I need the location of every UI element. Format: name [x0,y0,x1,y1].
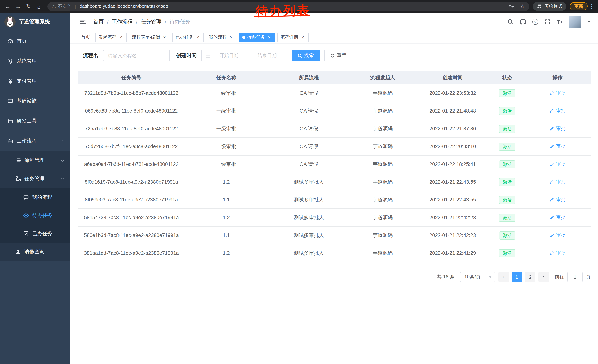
cell-initiator: 芋道源码 [350,90,415,97]
update-button[interactable]: 更新 [570,2,588,10]
cell-task-name: 1.2 [185,179,268,185]
sidebar-item-infrastructure[interactable]: 基础设施 [0,91,70,111]
date-range-picker[interactable]: 开始日期 - 结束日期 [201,50,286,61]
breadcrumb-separator: / [107,19,108,25]
status-badge: 激活 [499,160,515,168]
close-icon[interactable]: × [267,35,272,40]
sidebar-item-todo-tasks[interactable]: 待办任务 [0,206,70,224]
approve-link[interactable]: 审批 [549,250,565,256]
sidebar-item-done-tasks[interactable]: 已办任务 [0,224,70,243]
cell-task-name: 一级审批 [185,108,268,114]
sidebar-item-process-mgmt[interactable]: 流程管理 [0,151,70,170]
cell-initiator: 芋道源码 [350,196,415,203]
forward-button[interactable]: → [13,1,23,11]
approve-link[interactable]: 审批 [549,179,565,185]
avatar-caret-icon[interactable] [588,21,590,23]
browser-menu-icon[interactable]: ⋮ [588,3,595,10]
breadcrumb-item[interactable]: 任务管理 [141,18,162,25]
tab-start-process[interactable]: 发起流程× [95,32,127,42]
incognito-label: 无痕模式 [545,3,562,9]
tab-home[interactable]: 首页 [78,32,93,42]
sidebar-item-home[interactable]: 首页 [0,31,70,51]
cell-process: OA 请假 [267,108,350,114]
cell-status: 激活 [490,125,524,133]
clipboard-icon [23,231,29,236]
back-button[interactable]: ← [3,1,13,11]
home-button[interactable]: ⌂ [34,1,44,11]
briefcase-icon [8,138,13,144]
fullscreen-icon[interactable] [544,19,550,25]
sidebar-item-workflow[interactable]: 工作流程 [0,131,70,151]
approve-link[interactable]: 审批 [549,125,565,132]
cell-status: 激活 [490,249,524,257]
approve-link-label: 审批 [556,250,565,256]
cell-created-time: 2022-01-21 22:41:29 [415,250,490,256]
column-header-initiator: 流程发起人 [350,74,415,81]
page-button-1[interactable]: 1 [512,272,522,282]
approve-link[interactable]: 审批 [549,161,565,168]
sidebar-item-system[interactable]: 系统管理 [0,51,70,71]
sidebar-toggle-icon[interactable] [80,18,86,25]
reload-button[interactable]: ↻ [24,1,33,11]
app-logo[interactable]: 芋道管理系统 [0,13,70,31]
tab-process-detail[interactable]: 流程详情× [277,32,309,42]
tabs-bar: 首页发起流程×流程表单-编辑×已办任务×我的流程×待办任务×流程详情× [70,31,598,44]
sidebar-item-task-mgmt[interactable]: 任务管理 [0,170,70,188]
cell-task-name: 一级审批 [185,125,268,132]
cell-initiator: 芋道源码 [350,143,415,150]
sidebar-item-my-process[interactable]: 我的流程 [0,188,70,206]
cell-process: OA 请假 [267,143,350,150]
help-icon[interactable]: ? [532,19,538,25]
process-name-input[interactable] [103,50,170,61]
close-icon[interactable]: × [229,35,234,40]
tab-todo-tasks[interactable]: 待办任务× [239,32,275,42]
avatar[interactable] [569,15,581,28]
approve-link[interactable]: 审批 [549,214,565,221]
breadcrumb-item[interactable]: 首页 [93,18,104,25]
search-icon[interactable] [507,18,513,25]
pagination: 共 16 条 10条/页 ‹ 12 › 前往 页 [78,272,590,293]
close-icon[interactable]: × [300,35,305,40]
approve-link[interactable]: 审批 [549,90,565,97]
page-size-select[interactable]: 10条/页 [460,272,495,282]
bookmark-star-icon[interactable]: ☆ [520,3,525,9]
close-icon[interactable]: × [118,35,123,40]
screen: ← → ↻ ⌂ ⚠ 不安全 | dashboard.yudao.iocoder.… [0,0,598,364]
tab-done-tasks[interactable]: 已办任务× [172,32,204,42]
close-icon[interactable]: × [162,35,167,40]
cell-task-id: 8f059c03-7ac8-11ec-a9e2-a2380e71991a [78,197,185,202]
approve-link[interactable]: 审批 [549,196,565,203]
status-badge: 激活 [499,125,515,133]
font-size-icon[interactable]: TT [557,19,562,24]
tab-my-process[interactable]: 我的流程× [206,32,237,42]
breadcrumb-item[interactable]: 工作流程 [112,18,133,25]
process-name-label: 流程名 [83,52,99,59]
approve-link[interactable]: 审批 [549,108,565,114]
approve-link[interactable]: 审批 [549,232,565,239]
page-button-2[interactable]: 2 [525,272,535,282]
cell-initiator: 芋道源码 [350,161,415,168]
next-page-button[interactable]: › [538,272,549,282]
sidebar-item-payment[interactable]: 支付管理 [0,71,70,91]
tab-form-edit[interactable]: 流程表单-编辑× [129,32,170,42]
prev-page-button[interactable]: ‹ [498,272,509,282]
cell-task-name: 1.1 [185,197,268,202]
update-label: 更新 [574,3,583,9]
approve-link[interactable]: 审批 [549,143,565,150]
sidebar-item-dev-tools[interactable]: 研发工具 [0,111,70,131]
create-time-label: 创建时间 [176,52,197,59]
cell-task-id: 725a1eb6-7b88-11ec-8ef0-acde48001122 [78,126,185,131]
tab-label: 流程详情 [281,34,298,40]
cell-status: 激活 [490,231,524,239]
security-indicator[interactable]: ⚠ 不安全 [52,3,71,9]
status-badge: 激活 [499,178,515,186]
tab-label: 发起流程 [99,34,116,40]
search-button[interactable]: 搜索 [291,50,320,61]
close-icon[interactable]: × [195,35,200,40]
goto-page-input[interactable] [567,272,583,282]
reset-button[interactable]: 重置 [324,50,352,61]
logo-avatar [4,16,16,27]
sidebar-item-leave-query[interactable]: 请假查询 [0,243,70,261]
github-icon[interactable] [520,18,526,25]
key-icon[interactable] [508,3,515,9]
